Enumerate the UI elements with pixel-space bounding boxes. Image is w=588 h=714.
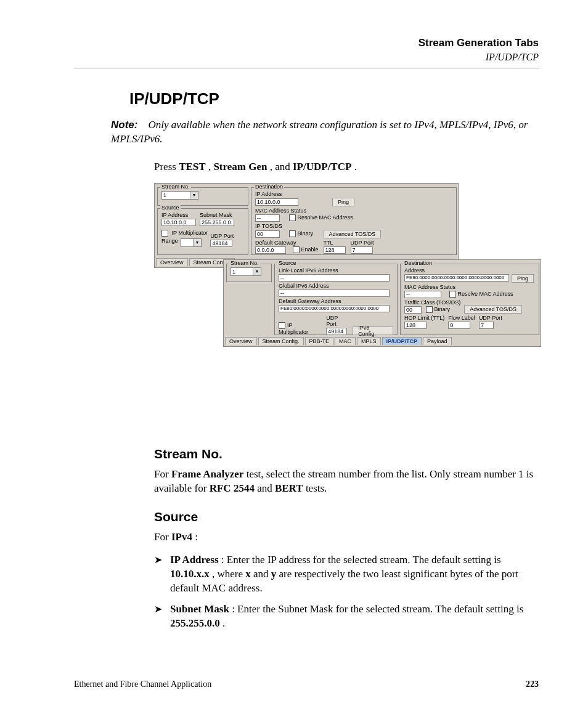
- global-ipv6-field[interactable]: --: [279, 290, 390, 297]
- header-section: IP/UDP/TCP: [74, 52, 539, 63]
- group-source-b: Source Link-Local IPv6 Address -- Global…: [274, 264, 398, 335]
- default-gateway-addr-label: Default Gateway Address: [279, 298, 393, 304]
- dest-ip-label: IP Address: [255, 191, 452, 197]
- mac-status-label: MAC Address Status: [255, 208, 452, 214]
- ip-tos-field[interactable]: 00: [255, 230, 280, 238]
- note-body: Only available when the network stream c…: [111, 119, 528, 145]
- mac-status-field-b: --: [404, 291, 441, 298]
- group-stream-no: Stream No. 1 ▼: [157, 187, 248, 206]
- udp-port-label: UDP Port: [210, 233, 234, 239]
- hop-limit-label: HOP Limit (TTL): [404, 315, 444, 321]
- page-number: 223: [526, 680, 539, 689]
- stream-no-label: Stream No.: [160, 184, 191, 190]
- tab-stream-config-b[interactable]: Stream Config.: [258, 337, 304, 345]
- ip-tos-label: IP TOS/DS: [255, 223, 452, 229]
- advanced-tos-button[interactable]: Advanced TOS/DS: [324, 230, 382, 238]
- enable-checkbox[interactable]: [293, 246, 300, 253]
- screenshot-figure: Stream No. 1 ▼ Source IP Address 10.10.0…: [154, 183, 541, 433]
- group-stream-no-b: Stream No. 1 ▼: [226, 264, 272, 282]
- mac-status-label-b: MAC Address Status: [404, 284, 535, 290]
- destination-group-label: Destination: [254, 184, 284, 190]
- dest-udp-port-label: UDP Port: [351, 240, 374, 246]
- dest-udp-port-field[interactable]: 7: [351, 246, 373, 254]
- ttl-field[interactable]: 128: [324, 246, 346, 254]
- tab-mac[interactable]: MAC: [335, 337, 356, 345]
- traffic-class-field[interactable]: 00: [404, 306, 422, 314]
- chevron-down-icon: ▼: [193, 239, 201, 246]
- subnet-mask-label: Subnet Mask: [200, 212, 234, 218]
- ipv6-panel: Stream No. 1 ▼ Source Link-Local IPv6 Ad…: [223, 259, 541, 347]
- udp-port-field-b[interactable]: 49184: [326, 328, 347, 335]
- source-group-label: Source: [160, 205, 181, 211]
- ip-address-label: IP Address: [161, 212, 196, 218]
- ping-button-b[interactable]: Ping: [512, 274, 534, 283]
- ip-address-field[interactable]: 10.10.0.0: [161, 219, 196, 226]
- stream-no-select[interactable]: 1 ▼: [161, 191, 198, 200]
- group-source: Source IP Address 10.10.0.0 Subnet Mask …: [157, 208, 248, 255]
- ip-multiplicator-checkbox-b[interactable]: [279, 322, 285, 329]
- ipv4-panel: Stream No. 1 ▼ Source IP Address 10.10.0…: [154, 183, 459, 268]
- udp-port-field[interactable]: 49184: [210, 240, 232, 247]
- mac-status-field: --: [255, 214, 280, 222]
- default-gateway-label: Default Gateway: [255, 240, 319, 246]
- hop-limit-field[interactable]: 128: [404, 322, 427, 329]
- udp-port-label-b: UDP Port: [326, 315, 349, 327]
- arrow-icon: ➤: [154, 602, 170, 631]
- source-for-ipv4: For IPv4 :: [154, 530, 539, 545]
- global-ipv6-label: Global IPv6 Address: [279, 283, 393, 289]
- binary-checkbox-b[interactable]: [426, 306, 433, 313]
- ttl-label: TTL: [324, 240, 346, 246]
- arrow-icon: ➤: [154, 553, 170, 596]
- binary-checkbox[interactable]: [289, 230, 296, 237]
- tab-payload[interactable]: Payload: [423, 337, 452, 345]
- ipv6-tabbar: Overview Stream Config. PBB-TE MAC MPLS …: [225, 337, 452, 345]
- resolve-mac-checkbox-b[interactable]: [449, 291, 456, 298]
- dest-address-field[interactable]: FE80:0000:0000:0000:0000:0000:0000:0000: [404, 274, 509, 282]
- range-select[interactable]: ▼: [181, 238, 202, 247]
- tab-mpls[interactable]: MPLS: [357, 337, 381, 345]
- ip-multiplicator-checkbox[interactable]: [161, 230, 168, 237]
- flow-label-field[interactable]: 0: [448, 322, 470, 329]
- traffic-class-label: Traffic Class (TOS/DS): [404, 299, 460, 306]
- note-label: Note:: [111, 119, 137, 131]
- link-local-field[interactable]: --: [279, 274, 390, 282]
- link-local-label: Link-Local IPv6 Address: [279, 267, 393, 274]
- default-gateway-field[interactable]: 0.0.0.0: [255, 246, 286, 254]
- default-gateway-addr-field[interactable]: FE80:0000:0000:0000:0000:0000:0000:0000: [279, 305, 390, 312]
- dest-udp-port-field-b[interactable]: 7: [479, 322, 494, 329]
- section-heading: IP/UDP/TCP: [129, 89, 539, 108]
- header-title: Stream Generation Tabs: [74, 37, 539, 49]
- bullet-subnet-mask: ➤ Subnet Mask : Enter the Subnet Mask fo…: [154, 602, 539, 631]
- chevron-down-icon: ▼: [253, 268, 261, 275]
- stream-no-select-b[interactable]: 1 ▼: [231, 267, 261, 276]
- flow-label-label: Flow Label: [448, 315, 475, 321]
- ipv6-config-button[interactable]: IPv6 Config.: [353, 327, 393, 335]
- resolve-mac-checkbox[interactable]: [289, 214, 296, 221]
- subnet-mask-field[interactable]: 255.255.0.0: [200, 219, 234, 226]
- dest-udp-port-label-b: UDP Port: [479, 315, 502, 321]
- page-header: Stream Generation Tabs IP/UDP/TCP: [74, 37, 539, 68]
- group-destination-b: Destination Address FE80:0000:0000:0000:…: [400, 264, 539, 335]
- destination-group-label-b: Destination: [403, 260, 433, 266]
- tab-overview-b[interactable]: Overview: [225, 337, 257, 345]
- ping-button[interactable]: Ping: [332, 198, 354, 206]
- source-heading: Source: [154, 509, 539, 524]
- chevron-down-icon: ▼: [190, 192, 198, 199]
- press-instruction: Press TEST , Stream Gen , and IP/UDP/TCP…: [154, 160, 539, 174]
- tab-pbb-te[interactable]: PBB-TE: [305, 337, 334, 345]
- advanced-tos-button-b[interactable]: Advanced TOS/DS: [464, 305, 522, 314]
- stream-no-heading: Stream No.: [154, 447, 539, 461]
- bullet-ip-address: ➤ IP Address : Enter the IP address for …: [154, 553, 539, 596]
- dest-ip-field[interactable]: 10.10.0.0: [255, 198, 298, 206]
- footer-title: Ethernet and Fibre Channel Application: [74, 680, 211, 689]
- page-footer: Ethernet and Fibre Channel Application 2…: [74, 680, 539, 689]
- source-group-label-b: Source: [277, 260, 298, 266]
- dest-address-label: Address: [404, 267, 535, 274]
- stream-no-label-b: Stream No.: [229, 260, 260, 266]
- stream-no-paragraph: For Frame Analyzer test, select the stre…: [154, 468, 539, 496]
- tab-overview[interactable]: Overview: [156, 258, 188, 266]
- group-destination: Destination IP Address 10.10.0.0 Ping MA…: [251, 187, 457, 255]
- tab-ip-udp-tcp[interactable]: IP/UDP/TCP: [382, 337, 422, 345]
